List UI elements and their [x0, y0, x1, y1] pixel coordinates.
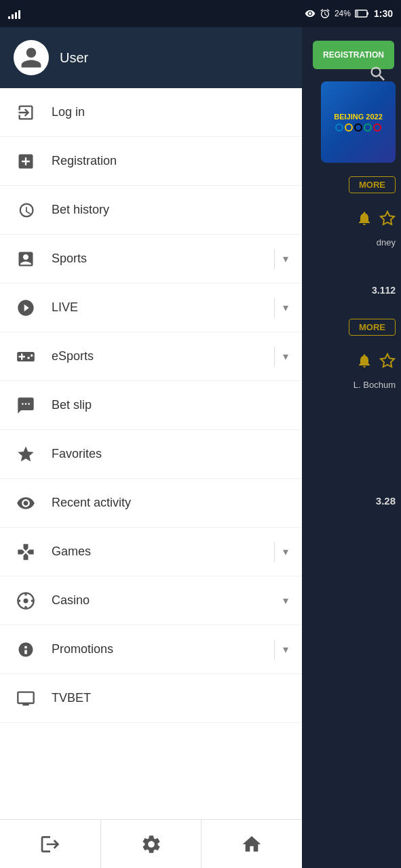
- favorites-icon: [14, 442, 38, 467]
- svg-marker-3: [381, 212, 394, 224]
- bg-odds-1: 3.112: [372, 285, 396, 296]
- promotions-label: Promotions: [52, 642, 274, 656]
- bg-bell-icon-2: [356, 353, 373, 369]
- main-layout: REGISTRATION BEIJING 2022 MORE: [0, 27, 401, 868]
- home-icon: [241, 833, 263, 855]
- svg-rect-1: [356, 11, 358, 16]
- promotions-divider: [274, 639, 275, 660]
- svg-point-9: [18, 599, 21, 602]
- bg-beijing-image: BEIJING 2022: [321, 81, 396, 163]
- sidebar-item-casino[interactable]: Casino ▾: [0, 576, 302, 625]
- sidebar-item-login[interactable]: Log in: [0, 88, 302, 137]
- sidebar-item-sports[interactable]: Sports ▾: [0, 235, 302, 283]
- battery-percent: 24%: [335, 9, 351, 18]
- status-bar: 24% 1:30: [0, 0, 401, 27]
- svg-point-10: [31, 599, 34, 602]
- bg-icons-1: [356, 210, 396, 226]
- signal-icon: [8, 8, 20, 19]
- menu-items: Log in Registration Bet history: [0, 88, 302, 819]
- alarm-status-icon: [320, 8, 330, 19]
- esports-icon: [14, 344, 38, 369]
- svg-point-8: [24, 606, 27, 608]
- casino-icon: [14, 589, 38, 613]
- battery-icon: [355, 9, 370, 18]
- status-time: 1:30: [374, 8, 393, 19]
- svg-marker-4: [381, 354, 394, 367]
- games-chevron-icon: ▾: [283, 545, 288, 558]
- recent-activity-icon: [14, 491, 38, 515]
- bg-bell-icon-1: [356, 210, 373, 226]
- eye-status-icon: [305, 8, 316, 19]
- esports-divider: [274, 347, 275, 367]
- games-divider: [274, 542, 275, 562]
- bg-star-icon-2: [379, 353, 396, 369]
- sidebar: User Log in Registration: [0, 27, 302, 868]
- sidebar-item-live[interactable]: LIVE ▾: [0, 283, 302, 332]
- bg-star-icon-1: [379, 210, 396, 226]
- bet-slip-label: Bet slip: [52, 398, 288, 412]
- sidebar-item-games[interactable]: Games ▾: [0, 528, 302, 576]
- status-left: [8, 8, 20, 19]
- olympic-rings: [335, 123, 381, 132]
- recent-activity-label: Recent activity: [52, 496, 288, 510]
- bottom-nav: [0, 819, 302, 868]
- promotions-icon: [14, 637, 38, 662]
- esports-label: eSports: [52, 349, 274, 363]
- svg-point-6: [24, 598, 28, 603]
- sidebar-item-tvbet[interactable]: TVBET: [0, 674, 302, 723]
- search-icon[interactable]: [368, 64, 387, 86]
- registration-icon: [14, 149, 38, 174]
- svg-rect-2: [367, 12, 368, 15]
- username: User: [60, 50, 88, 66]
- sidebar-item-bet-slip[interactable]: Bet slip: [0, 381, 302, 430]
- bg-more-button-1: MORE: [349, 176, 396, 193]
- login-label: Log in: [52, 105, 288, 119]
- user-avatar-icon: [19, 45, 43, 70]
- tvbet-label: TVBET: [52, 691, 288, 705]
- bottom-nav-settings[interactable]: [101, 820, 202, 868]
- bg-odds-2: 3.28: [376, 495, 396, 507]
- sports-icon: [14, 247, 38, 271]
- bottom-nav-logout[interactable]: [0, 820, 101, 868]
- settings-icon: [140, 833, 162, 855]
- bg-more-button-2: MORE: [349, 319, 396, 336]
- sports-chevron-icon: ▾: [283, 252, 288, 265]
- logout-icon: [39, 833, 61, 855]
- sports-divider: [274, 249, 275, 269]
- status-right: 24% 1:30: [305, 8, 393, 19]
- bg-sydney-text: dney: [377, 237, 396, 248]
- live-chevron-icon: ▾: [283, 301, 288, 314]
- registration-label: Registration: [52, 154, 288, 168]
- tvbet-icon: [14, 686, 38, 711]
- sidebar-item-bet-history[interactable]: Bet history: [0, 186, 302, 235]
- bg-bochum-text: L. Bochum: [354, 380, 396, 390]
- bottom-nav-home[interactable]: [202, 820, 302, 868]
- live-icon: [14, 296, 38, 320]
- live-label: LIVE: [52, 300, 274, 315]
- sidebar-header: User: [0, 27, 302, 88]
- avatar: [14, 40, 49, 75]
- casino-chevron-icon: ▾: [283, 594, 288, 607]
- favorites-label: Favorites: [52, 447, 288, 461]
- promotions-chevron-icon: ▾: [283, 643, 288, 656]
- sidebar-item-esports[interactable]: eSports ▾: [0, 332, 302, 381]
- casino-label: Casino: [52, 593, 283, 608]
- bet-slip-icon: [14, 393, 38, 418]
- sidebar-item-registration[interactable]: Registration: [0, 137, 302, 186]
- games-label: Games: [52, 545, 274, 559]
- sidebar-item-recent-activity[interactable]: Recent activity: [0, 479, 302, 528]
- esports-chevron-icon: ▾: [283, 350, 288, 363]
- sports-label: Sports: [52, 252, 274, 266]
- sidebar-item-promotions[interactable]: Promotions ▾: [0, 625, 302, 674]
- bet-history-icon: [14, 198, 38, 222]
- login-icon: [14, 100, 38, 125]
- live-divider: [274, 298, 275, 318]
- games-icon: [14, 540, 38, 564]
- bg-icons-2: [356, 353, 396, 369]
- svg-point-7: [24, 593, 27, 595]
- bet-history-label: Bet history: [52, 203, 288, 217]
- sidebar-item-favorites[interactable]: Favorites: [0, 430, 302, 479]
